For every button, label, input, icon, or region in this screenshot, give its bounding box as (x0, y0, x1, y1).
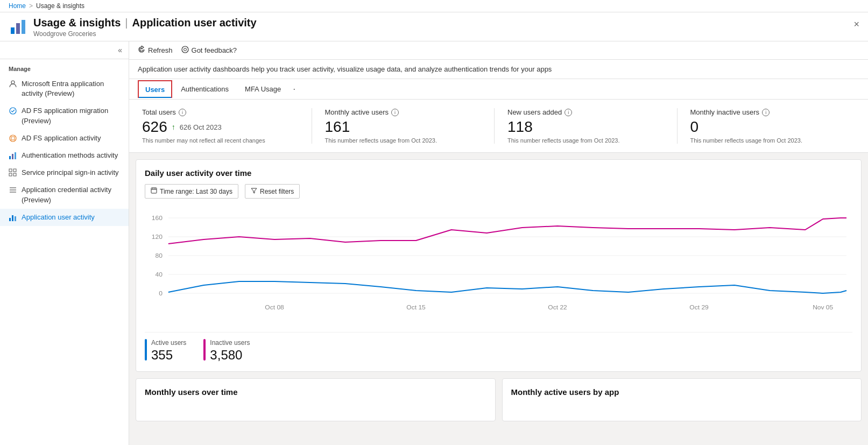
sidebar-item-adfs-app-activity[interactable]: AD FS application activity (0, 130, 129, 147)
refresh-button[interactable]: Refresh (138, 46, 173, 55)
monthly-active-by-app-title: Monthly active users by app (511, 387, 853, 397)
tab-more-icon[interactable]: · (290, 79, 299, 99)
legend-inactive-users-text: Inactive users 3,580 (210, 339, 250, 363)
sidebar-collapse-button[interactable]: « (118, 46, 122, 54)
svg-point-5 (10, 135, 16, 142)
svg-rect-12 (9, 173, 12, 176)
active-users-color-indicator (145, 339, 147, 361)
description-text: Application user activity dashboards hel… (138, 65, 552, 73)
time-range-label: Time range: Last 30 days (160, 188, 232, 195)
filter-icon (251, 187, 257, 195)
sidebar-item-adfs-app-label: AD FS application activity (22, 133, 101, 143)
stat-new-users: New users added i 118 This number reflec… (495, 108, 678, 144)
sidebar-item-entra-app-activity[interactable]: Microsoft Entra application activity (Pr… (0, 75, 129, 102)
breadcrumb-sep: > (29, 2, 33, 10)
svg-point-20 (182, 46, 188, 53)
svg-text:Oct 22: Oct 22 (548, 304, 567, 310)
sidebar-item-app-credential[interactable]: Application credential activity (Preview… (0, 181, 129, 208)
sidebar-item-auth-methods-label: Authentication methods activity (22, 151, 118, 160)
reset-filters-label: Reset filters (260, 188, 294, 195)
main-layout: « Manage Microsoft Entra application act… (0, 41, 868, 445)
description-bar: Application user activity dashboards hel… (129, 60, 868, 79)
svg-rect-19 (15, 216, 16, 221)
card-monthly-active-by-app: Monthly active users by app (502, 378, 862, 421)
header-icon (9, 17, 28, 36)
sidebar: « Manage Microsoft Entra application act… (0, 41, 129, 445)
tab-authentications[interactable]: Authentications (173, 80, 236, 98)
active-users-legend-label: Active users (151, 339, 186, 347)
tab-users[interactable]: Users (138, 80, 172, 98)
total-users-arrow: ↑ (172, 123, 175, 131)
sidebar-manage-label: Manage (0, 59, 129, 75)
svg-point-21 (184, 48, 186, 51)
stat-total-users-value: 626 ↑ 626 Oct 2023 (142, 118, 299, 136)
svg-rect-18 (12, 215, 13, 221)
reset-filters-button[interactable]: Reset filters (245, 184, 300, 199)
chart-svg: 160 120 80 40 0 Oct 08 Oct 15 Oct 22 Oct… (145, 207, 852, 326)
sidebar-item-auth-methods-activity[interactable]: Authentication methods activity (0, 147, 129, 164)
stat-total-users-label: Total users i (142, 108, 299, 116)
svg-text:0: 0 (159, 290, 163, 296)
monthly-active-info-icon[interactable]: i (391, 109, 399, 116)
tab-authentications-label: Authentications (181, 85, 229, 93)
svg-rect-1 (16, 23, 20, 34)
adfs2-icon (9, 134, 17, 143)
stat-monthly-active: Monthly active users i 161 This number r… (312, 108, 495, 144)
svg-rect-22 (151, 188, 157, 193)
close-button[interactable]: × (853, 19, 859, 30)
svg-rect-10 (9, 169, 12, 172)
header-subtitle: Woodgrove Groceries (33, 30, 859, 38)
refresh-icon (138, 46, 145, 55)
svg-rect-13 (13, 173, 16, 176)
svg-text:Oct 08: Oct 08 (265, 304, 284, 310)
svg-rect-7 (9, 156, 11, 159)
stat-monthly-inactive-label: Monthly inactive users i (690, 108, 847, 116)
svg-text:Oct 29: Oct 29 (689, 304, 708, 310)
active-users-legend-value: 355 (151, 348, 186, 363)
grid-icon (9, 168, 17, 177)
inactive-users-color-indicator (203, 339, 206, 361)
feedback-icon (181, 46, 189, 55)
stat-monthly-active-note: This number reflects usage from Oct 2023… (325, 137, 482, 144)
card-monthly-users-over-time: Monthly users over time (136, 378, 496, 421)
sidebar-item-app-user-activity[interactable]: Application user activity (0, 209, 129, 226)
legend-active-users-text: Active users 355 (151, 339, 186, 363)
stat-total-users: Total users i 626 ↑ 626 Oct 2023 This nu… (138, 108, 312, 144)
lines-icon (9, 186, 17, 194)
sidebar-item-app-credential-label: Application credential activity (Preview… (22, 185, 120, 204)
header-title-prefix: Usage & insights (33, 17, 121, 29)
tab-mfa-label: MFA Usage (245, 85, 281, 93)
stat-monthly-inactive: Monthly inactive users i 0 This number r… (678, 108, 860, 144)
sidebar-item-service-principal[interactable]: Service principal sign-in activity (0, 164, 129, 181)
svg-rect-8 (12, 154, 13, 159)
bottom-cards: Monthly users over time Monthly active u… (129, 378, 868, 428)
total-users-info-icon[interactable]: i (179, 109, 186, 116)
svg-rect-17 (9, 218, 11, 221)
monthly-users-over-time-title: Monthly users over time (145, 387, 486, 397)
time-range-button[interactable]: Time range: Last 30 days (145, 184, 238, 199)
breadcrumb-bar: Home > Usage & insights (0, 0, 868, 12)
svg-rect-6 (11, 137, 15, 140)
svg-text:Nov 05: Nov 05 (813, 304, 833, 310)
content-area: Refresh Got feedback? Application user a… (129, 41, 868, 445)
header-title-block: Usage & insights | Application user acti… (33, 17, 859, 38)
svg-rect-2 (22, 20, 25, 34)
breadcrumb-current: Usage & insights (36, 2, 84, 10)
tabs-bar: Users Authentications MFA Usage · (129, 79, 868, 100)
breadcrumb-home[interactable]: Home (9, 2, 26, 10)
sidebar-item-entra-label: Microsoft Entra application activity (Pr… (22, 79, 120, 98)
svg-text:Oct 15: Oct 15 (406, 304, 425, 310)
svg-rect-11 (13, 169, 16, 172)
svg-rect-9 (15, 152, 16, 159)
header-pipe: | (125, 17, 128, 29)
monthly-inactive-info-icon[interactable]: i (762, 109, 770, 116)
stat-monthly-inactive-value: 0 (690, 118, 847, 136)
new-users-info-icon[interactable]: i (564, 109, 572, 116)
tab-mfa-usage[interactable]: MFA Usage (237, 80, 288, 98)
sidebar-collapse-area: « (0, 41, 129, 59)
adfs-icon (9, 107, 17, 115)
header-title-suffix: Application user activity (132, 17, 256, 29)
sidebar-item-adfs-migration[interactable]: AD FS application migration (Preview) (0, 102, 129, 129)
feedback-button[interactable]: Got feedback? (181, 46, 237, 55)
person-icon (9, 80, 17, 88)
